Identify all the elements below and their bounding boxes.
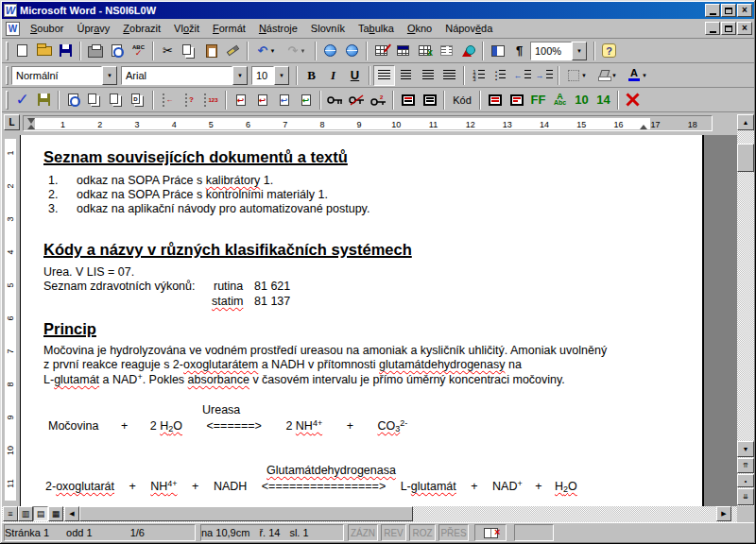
menu-vlozit[interactable]: Vložit — [167, 21, 206, 36]
decrease-indent-button[interactable]: ← — [511, 65, 533, 86]
close-button[interactable]: × — [737, 4, 752, 17]
scroll-right-button[interactable]: ▶ — [716, 506, 731, 521]
font-abc-button[interactable]: AAbc — [549, 90, 571, 110]
horizontal-ruler[interactable]: 123456789101112131415161718 — [23, 115, 713, 131]
key-2-button[interactable]: 2 — [368, 90, 389, 110]
paste-button[interactable] — [200, 41, 222, 61]
size-10-button[interactable]: 10 — [571, 90, 593, 110]
show-paragraph-marks-button[interactable]: ¶ — [508, 41, 530, 61]
toolbar-grip[interactable] — [6, 91, 9, 110]
toolbar-grip[interactable] — [6, 42, 9, 60]
doc-minimize-button[interactable] — [705, 22, 720, 35]
protect-key-button[interactable] — [324, 90, 346, 110]
page-return-red2-button[interactable]: ↩ — [251, 90, 273, 110]
font-size-combobox[interactable]: 10 ▼ — [251, 66, 289, 85]
view-outline-button[interactable]: ▦ — [48, 506, 63, 521]
copy-pages-button[interactable] — [84, 90, 106, 110]
new-document-button[interactable] — [11, 41, 33, 61]
print-button[interactable] — [84, 41, 106, 61]
insert-table-button[interactable] — [392, 41, 414, 61]
page-return-green-button[interactable]: ↩ — [295, 90, 317, 110]
font-size-dropdown-button[interactable]: ▼ — [274, 66, 289, 85]
font-value[interactable]: Arial — [121, 66, 232, 85]
overtype-indicator[interactable]: PŘES — [438, 524, 469, 541]
zoom-value[interactable]: 100% — [530, 42, 572, 60]
dotted-arrow-button[interactable]: ← — [157, 90, 179, 110]
redo-button[interactable]: ↷▼ — [282, 41, 312, 61]
close-toolbar-button[interactable] — [622, 90, 644, 110]
page-return-blue-button[interactable]: ↩ — [273, 90, 295, 110]
minimize-button[interactable] — [705, 4, 720, 17]
menu-nastroje[interactable]: Nástroje — [252, 21, 304, 36]
open-button[interactable] — [33, 41, 55, 61]
unprotect-key-button[interactable] — [346, 90, 368, 110]
style-value[interactable]: Normální — [11, 66, 102, 85]
drawing-button[interactable] — [457, 41, 479, 61]
bullets-button[interactable]: • • • — [490, 65, 511, 86]
pages-2-button[interactable] — [106, 90, 128, 110]
dotted-numbering-button[interactable]: 123 — [200, 90, 222, 110]
document-map-button[interactable] — [487, 41, 508, 61]
stripe-red-black-button[interactable] — [397, 90, 419, 110]
print-preview-button[interactable] — [106, 41, 128, 61]
bold-button[interactable]: B — [301, 65, 322, 86]
menu-upravy[interactable]: Úpravy — [70, 21, 116, 36]
menu-soubor[interactable]: Soubor — [24, 21, 70, 36]
save-version-button[interactable] — [33, 90, 55, 110]
ff-button[interactable]: FF — [527, 90, 549, 110]
stripe-red-button[interactable] — [484, 90, 506, 110]
doc-close-button[interactable]: × — [737, 22, 752, 35]
help-button[interactable]: ? — [598, 41, 620, 61]
menu-format[interactable]: Formát — [206, 21, 252, 36]
font-size-value[interactable]: 10 — [251, 66, 274, 85]
tab-selector-button[interactable]: L — [4, 114, 20, 130]
toolbar-grip[interactable] — [6, 66, 9, 85]
select-browse-object-button[interactable]: • — [737, 474, 754, 487]
record-macro-indicator[interactable]: ZÁZN — [348, 524, 378, 541]
view-normal-button[interactable]: ≡ — [3, 506, 18, 521]
stripe-black-button[interactable] — [419, 90, 440, 110]
doc-restore-button[interactable] — [721, 22, 736, 35]
increase-indent-button[interactable]: → — [533, 65, 555, 86]
preview-document-button[interactable] — [62, 90, 84, 110]
align-right-button[interactable] — [417, 65, 438, 86]
underline-button[interactable]: U — [344, 65, 366, 86]
horizontal-scrollbar[interactable]: ≡ ▥ ▤ ▦ ◀ ▶ — [2, 506, 737, 522]
extend-selection-indicator[interactable]: ROZ — [409, 524, 436, 541]
numbering-button[interactable]: 1 2 3 — [468, 65, 490, 86]
hanging-indent-marker[interactable] — [27, 125, 35, 129]
page-return-red-button[interactable]: ↩ — [230, 90, 251, 110]
vertical-ruler[interactable]: 1 2 3 4 5 6 7 8 9 10 11 — [2, 135, 20, 506]
font-combobox[interactable]: Arial ▼ — [121, 66, 248, 85]
right-indent-marker[interactable] — [640, 125, 647, 129]
font-color-button[interactable]: A▼ — [623, 65, 653, 86]
save-button[interactable] — [55, 41, 77, 61]
menu-okno[interactable]: Okno — [401, 21, 438, 36]
browse-previous-button[interactable]: ⇈ — [737, 458, 754, 473]
menu-tabulka[interactable]: Tabulka — [352, 21, 401, 36]
justify-button[interactable] — [438, 65, 460, 86]
first-line-indent-marker[interactable] — [27, 118, 35, 124]
zoom-combobox[interactable]: 100% ▼ — [530, 42, 587, 60]
style-dropdown-button[interactable]: ▼ — [102, 66, 117, 85]
format-painter-button[interactable] — [222, 41, 244, 61]
vertical-scroll-thumb[interactable] — [737, 144, 754, 172]
title-bar[interactable]: W Microsoft Word - NS0I6L0W × — [2, 2, 754, 19]
scroll-up-button[interactable]: ▲ — [737, 114, 754, 130]
columns-button[interactable] — [436, 41, 457, 61]
view-page-layout-button[interactable]: ▤ — [33, 506, 48, 521]
kod-button[interactable]: Kód — [448, 90, 476, 110]
zoom-dropdown-button[interactable]: ▼ — [572, 42, 587, 60]
align-center-button[interactable] — [395, 65, 417, 86]
restore-button[interactable] — [721, 4, 736, 17]
copy-button[interactable] — [179, 41, 200, 61]
cut-button[interactable]: ✂ — [157, 41, 179, 61]
stripe-red2-button[interactable] — [506, 90, 527, 110]
spelling-status-panel[interactable]: × — [474, 524, 507, 541]
highlight-button[interactable]: ▼ — [593, 65, 623, 86]
undo-button[interactable]: ↶▼ — [251, 41, 282, 61]
scroll-left-button[interactable]: ◀ — [64, 506, 79, 521]
tables-borders-button[interactable] — [370, 41, 392, 61]
pages-d-button[interactable]: D — [128, 90, 149, 110]
web-toolbar-button[interactable] — [341, 41, 363, 61]
